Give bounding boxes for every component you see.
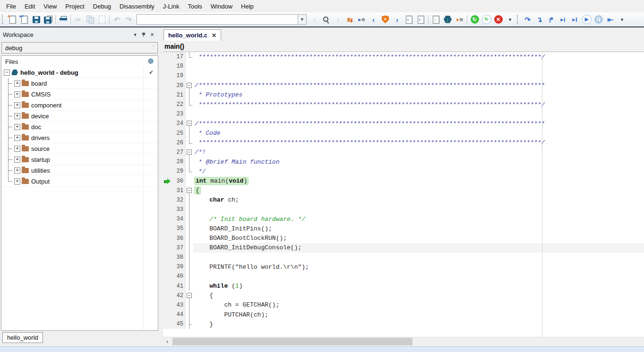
tree-item-drivers[interactable]: +drivers [1,132,158,143]
code-line-27[interactable]: 27−/*! [163,148,644,157]
search-button[interactable] [320,14,332,26]
code-line-33[interactable]: 33 [163,205,644,214]
code-line-40[interactable]: 40 [163,272,644,281]
menu-jlink[interactable]: J-Link [159,1,184,12]
print-button[interactable] [57,14,69,26]
code-line-35[interactable]: 35 BOARD_InitPins(); [163,224,644,233]
tree-item-utilities[interactable]: +utilities [1,165,158,176]
toggle-breakpoint-button[interactable]: + [379,14,391,26]
code-line-31[interactable]: 31−{ [163,186,644,195]
break-button[interactable] [592,14,604,26]
code-line-34[interactable]: 34 /* Init board hardware. */ [163,214,644,224]
reset-button[interactable]: ↻ [469,14,481,26]
code-area[interactable]: 17 *************************************… [163,52,644,337]
tree-item-cmsis[interactable]: +CMSIS [1,89,158,100]
code-line-29[interactable]: 29 */ [163,167,644,176]
expand-icon[interactable]: + [14,178,20,185]
code-line-41[interactable]: 41 while (1) [163,282,644,291]
expand-icon[interactable]: + [14,135,20,141]
menu-debug[interactable]: Debug [89,1,115,12]
menu-disassembly[interactable]: Disassembly [115,1,159,12]
next-statement-button[interactable]: ▸i [557,14,569,26]
close-tab-icon[interactable]: ✕ [212,32,216,39]
paste-button[interactable] [96,14,108,26]
step-into-button[interactable]: ↴ [533,14,545,26]
new-document-button[interactable]: + [7,14,18,26]
save-button[interactable] [30,14,42,26]
code-line-39[interactable]: 39 PRINTF("hello world.\r\n"); [163,262,644,272]
search-previous-button[interactable]: ‹ [309,14,320,26]
cut-button[interactable]: ✂ [72,14,84,26]
search-input[interactable] [137,14,298,25]
menu-tools[interactable]: Tools [183,1,206,12]
download-and-debug-button[interactable]: ↓ [442,14,454,26]
toolbar-overflow-button[interactable]: ▾ [504,14,516,26]
code-line-22[interactable]: 22 *************************************… [163,100,644,109]
code-line-36[interactable]: 36 BOARD_BootClockRUN(); [163,234,644,243]
code-line-28[interactable]: 28 * @brief Main function [163,157,644,167]
expand-icon[interactable]: + [14,91,20,97]
navigate-forward-button[interactable]: › [391,14,403,26]
navigate-swap-button[interactable]: ⇆ [344,14,356,26]
search-next-button[interactable]: › [332,14,344,26]
open-document-button[interactable]: ↩ [18,14,30,26]
step-over-button[interactable]: ↷ [522,14,533,26]
tree-item-component[interactable]: +component [1,100,158,111]
menu-window[interactable]: Window [206,1,237,12]
expand-icon[interactable]: + [14,157,20,163]
menu-edit[interactable]: Edit [20,1,39,12]
terminate-button[interactable]: ✕ [492,14,504,26]
function-context-bar[interactable]: main() [163,41,644,52]
close-icon[interactable]: ✕ [148,32,156,38]
copy-button[interactable] [84,14,96,26]
horizontal-scrollbar[interactable]: ‹ [163,337,644,346]
code-line-32[interactable]: 32 char ch; [163,195,644,205]
expand-icon[interactable]: + [14,146,20,152]
gear-icon[interactable]: ☸ [147,58,154,65]
code-line-45[interactable]: 45 } [163,319,644,329]
tree-item-device[interactable]: +device [1,111,158,122]
code-line-24[interactable]: 24−/************************************… [163,119,644,128]
quick-search-combo[interactable]: ▼ [137,14,307,25]
panel-menu-icon[interactable]: ▾ [131,32,139,38]
function-list-button[interactable]: ▸≡ [356,14,368,26]
undo-button[interactable]: ↶ [111,14,123,26]
scroll-left-icon[interactable]: ‹ [163,337,172,346]
tree-item-project[interactable]: −hello_world - debug✓ [1,67,158,78]
expand-icon[interactable]: + [14,113,20,119]
code-line-23[interactable]: 23 [163,109,644,119]
code-line-26[interactable]: 26 *************************************… [163,138,644,148]
code-line-44[interactable]: 44 PUTCHAR(ch); [163,310,644,319]
tree-item-output[interactable]: +Output [1,176,158,187]
code-line-37[interactable]: 37 BOARD_InitDebugConsole(); [163,243,644,253]
code-line-25[interactable]: 25 * Code [163,129,644,138]
download-button[interactable]: ↓ [430,14,442,26]
attach-to-running-button[interactable]: ●≡ [454,14,465,26]
code-line-20[interactable]: 20−/************************************… [163,81,644,90]
menu-view[interactable]: View [39,1,61,12]
code-line-30[interactable]: 30int main(void) [163,176,644,185]
step-out-button[interactable]: ↱ [545,14,557,26]
stop-debugging-button[interactable]: ⇤ [604,14,616,26]
tree-item-startup[interactable]: +startup [1,154,158,165]
tree-item-source[interactable]: +source [1,143,158,154]
pin-icon[interactable] [139,32,148,37]
code-line-38[interactable]: 38 [163,253,644,262]
tree-item-doc[interactable]: +doc [1,122,158,132]
collapse-icon[interactable]: − [4,70,10,76]
configuration-selector[interactable]: debug ˇ [1,42,158,53]
save-all-button[interactable] [42,14,54,26]
code-line-17[interactable]: 17 *************************************… [163,52,644,62]
next-document-button[interactable]: › [415,14,427,26]
redo-button[interactable]: ↷ [123,14,135,26]
combo-dropdown-icon[interactable]: ▼ [298,14,307,25]
menu-project[interactable]: Project [61,1,88,12]
previous-document-button[interactable]: ‹ [403,14,415,26]
code-line-42[interactable]: 42− { [163,291,644,300]
expand-icon[interactable]: + [14,124,20,130]
reload-button[interactable]: ↻ [481,14,492,26]
expand-icon[interactable]: + [14,80,20,87]
go-button[interactable]: ▶ [581,14,592,26]
code-line-19[interactable]: 19 [163,71,644,80]
code-line-18[interactable]: 18 [163,62,644,71]
